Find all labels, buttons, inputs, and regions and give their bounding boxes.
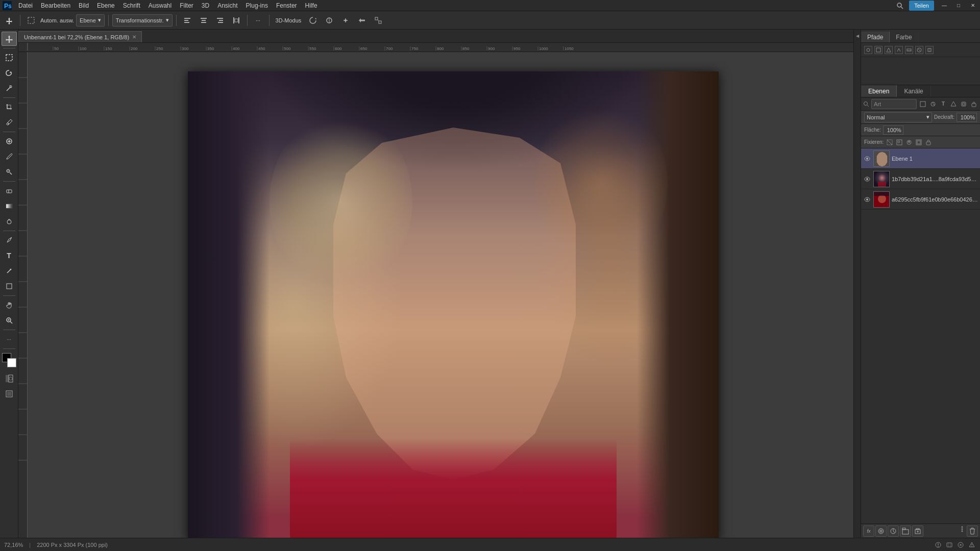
canvas-tab[interactable]: Unbenannt-1 bei 72,2% (Ebene 1, RGB/8) ✕ (18, 31, 142, 42)
heal-tool[interactable] (2, 134, 17, 148)
path-icon-6[interactable] (915, 46, 923, 54)
path-icon-5[interactable] (905, 46, 913, 54)
align-right-button[interactable] (213, 13, 227, 28)
layers-search-input[interactable]: Art (871, 99, 917, 109)
transform-dropdown[interactable]: Transformationsstr. ▾ (112, 14, 173, 27)
layer-mode-dropdown[interactable]: Ebene ▾ (76, 14, 105, 27)
add-group-button[interactable] (900, 525, 911, 537)
delete-layer-button[interactable] (967, 525, 978, 537)
menu-auswahl[interactable]: Auswahl (144, 0, 176, 11)
add-layer-button[interactable] (912, 525, 923, 537)
menu-fenster[interactable]: Fenster (272, 0, 301, 11)
lock-transparent-button[interactable] (886, 138, 894, 146)
path-icon-2[interactable] (874, 46, 883, 54)
brush-tool[interactable] (2, 149, 17, 164)
menu-filter[interactable]: Filter (176, 0, 198, 11)
opacity-input[interactable] (957, 113, 977, 122)
fx-button[interactable]: fx (863, 525, 874, 537)
3d-drag-button[interactable] (338, 13, 353, 28)
tab-close-button[interactable]: ✕ (132, 34, 136, 40)
eyedropper-tool[interactable] (2, 115, 17, 130)
status-icon-3[interactable] (957, 541, 965, 549)
align-left-button[interactable] (180, 13, 194, 28)
fill-input[interactable] (883, 126, 903, 135)
path-icon-4[interactable] (895, 46, 903, 54)
layer-icon-lock[interactable] (970, 100, 978, 108)
layer-icon-smartobj[interactable] (960, 100, 968, 108)
crop-tool[interactable] (2, 100, 17, 114)
menu-plugins[interactable]: Plug-ins (242, 0, 272, 11)
more-options-button[interactable]: ··· (251, 13, 265, 28)
share-button[interactable]: Teilen (909, 1, 934, 11)
move-tool[interactable] (2, 32, 17, 46)
blend-mode-dropdown[interactable]: Normal ▾ (864, 112, 932, 122)
layer-3-visibility[interactable] (863, 195, 871, 204)
collapse-button[interactable]: ◀ (856, 34, 859, 38)
layer-icon-pixel[interactable] (919, 100, 927, 108)
menu-ansicht[interactable]: Ansicht (213, 0, 241, 11)
add-adjustment-button[interactable] (888, 525, 899, 537)
path-icon-7[interactable] (925, 46, 934, 54)
layer-2-visibility[interactable] (863, 175, 871, 183)
status-icon-4[interactable] (968, 541, 976, 549)
align-center-button[interactable] (197, 13, 211, 28)
gradient-tool[interactable] (2, 199, 17, 213)
status-dots[interactable] (959, 525, 966, 533)
background-color[interactable] (7, 358, 16, 367)
menu-schrift[interactable]: Schrift (119, 0, 144, 11)
more-tools-button[interactable]: ··· (2, 332, 17, 346)
menu-datei[interactable]: Datei (14, 0, 37, 11)
menu-ebene[interactable]: Ebene (93, 0, 119, 11)
menu-3d[interactable]: 3D (198, 0, 213, 11)
pen-tool[interactable] (2, 233, 17, 247)
zoom-tool[interactable] (2, 313, 17, 328)
layer-icon-text[interactable]: T (939, 100, 947, 108)
layer-icon-shape[interactable] (949, 100, 958, 108)
layer-1-visibility[interactable] (863, 155, 871, 163)
layer-item-1[interactable]: Ebene 1 (861, 148, 980, 169)
close-button[interactable]: ✕ (966, 0, 980, 11)
lock-position-button[interactable] (905, 138, 913, 146)
clone-stamp-tool[interactable] (2, 165, 17, 179)
menu-bild[interactable]: Bild (75, 0, 93, 11)
shape-tool[interactable] (2, 279, 17, 293)
menu-bearbeiten[interactable]: Bearbeiten (37, 0, 75, 11)
maximize-button[interactable]: □ (951, 0, 966, 11)
move-tool-button[interactable] (2, 13, 16, 28)
status-icon-2[interactable] (945, 541, 953, 549)
layer-item-3[interactable]: a6295cc5fb9f61e0b90e66b0426d1be7 (861, 189, 980, 210)
layer-icon-adjust[interactable] (929, 100, 937, 108)
tab-kanale[interactable]: Kanäle (897, 85, 930, 97)
menu-hilfe[interactable]: Hilfe (301, 0, 322, 11)
lock-artboard-button[interactable] (915, 138, 923, 146)
canvas-container[interactable] (37, 61, 861, 538)
global-search-button[interactable] (893, 0, 907, 13)
path-icon-1[interactable] (864, 46, 872, 54)
status-icon-1[interactable] (934, 541, 942, 549)
auto-select-button[interactable] (24, 13, 38, 28)
add-mask-button[interactable] (875, 525, 887, 537)
lock-image-button[interactable] (895, 138, 903, 146)
text-tool[interactable]: T (2, 248, 17, 263)
distribute-button[interactable] (229, 13, 243, 28)
layer-item-2[interactable]: 1b7dbb39d21a1....8a9fcda93d5e72 (861, 169, 980, 189)
tab-pfade[interactable]: Pfade (861, 32, 890, 42)
3d-slide-button[interactable] (355, 13, 369, 28)
tab-farbe[interactable]: Farbe (890, 32, 918, 42)
magic-wand-tool[interactable] (2, 81, 17, 95)
path-select-tool[interactable] (2, 264, 17, 278)
burn-tool[interactable] (2, 214, 17, 229)
3d-roll-button[interactable] (322, 13, 336, 28)
lasso-tool[interactable] (2, 66, 17, 80)
screen-mode-button[interactable] (2, 387, 17, 401)
quick-mask-button[interactable] (2, 371, 17, 386)
3d-scale-button[interactable] (371, 13, 385, 28)
3d-mode-button[interactable]: 3D-Modus (273, 13, 304, 28)
tab-ebenen[interactable]: Ebenen (861, 85, 897, 97)
lock-all-button[interactable] (924, 138, 933, 146)
path-icon-3[interactable] (885, 46, 893, 54)
hand-tool[interactable] (2, 298, 17, 312)
photo-canvas[interactable] (188, 71, 719, 538)
marquee-tool[interactable] (2, 51, 17, 65)
eraser-tool[interactable] (2, 184, 17, 198)
